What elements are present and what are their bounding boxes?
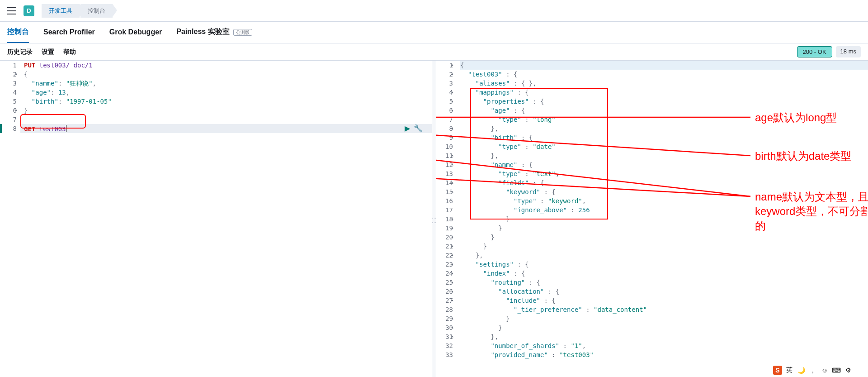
line-number: 32	[436, 341, 453, 350]
code-line[interactable]: }	[460, 224, 868, 233]
fold-arrow-icon[interactable]: ▸	[448, 124, 457, 133]
code-line[interactable]: "birth" : {	[460, 133, 868, 142]
fold-arrow-icon[interactable]: ▸	[448, 251, 457, 259]
fold-arrow-icon[interactable]: ▸	[448, 179, 457, 187]
code-line[interactable]: }	[24, 106, 432, 115]
fold-arrow-icon[interactable]: ▸	[448, 296, 457, 305]
pane-divider[interactable]: ⋮⋮	[432, 61, 436, 377]
breadcrumb-dev-tools[interactable]: 开发工具	[42, 4, 80, 18]
line-number: 4▸	[436, 88, 453, 97]
fold-arrow-icon[interactable]: ▸	[448, 188, 457, 196]
request-content[interactable]: PUT test003/_doc/1{ "namme": "狂神说", "age…	[20, 61, 432, 377]
code-line[interactable]: "settings" : {	[460, 260, 868, 269]
fold-arrow-icon[interactable]: ▸	[448, 260, 457, 268]
code-line[interactable]: "test003" : {	[460, 70, 868, 79]
code-line[interactable]: "index" : {	[460, 269, 868, 278]
code-line[interactable]: "fields" : {	[460, 178, 868, 187]
code-line[interactable]: {	[24, 70, 432, 79]
menu-icon[interactable]	[7, 7, 16, 14]
keyboard-icon[interactable]: ⌨	[832, 366, 841, 375]
code-line[interactable]: }	[460, 215, 868, 224]
fold-arrow-icon[interactable]: ▸	[448, 134, 457, 142]
code-line[interactable]: },	[460, 151, 868, 160]
logo-badge[interactable]: D	[24, 5, 34, 16]
wrench-icon[interactable]: 🔧	[414, 124, 423, 133]
fold-arrow-icon[interactable]: ▸	[448, 233, 457, 241]
fold-arrow-icon[interactable]: ▸	[448, 61, 457, 69]
code-line[interactable]: "age": 13,	[24, 88, 432, 97]
code-line[interactable]: "properties" : {	[460, 97, 868, 106]
code-line[interactable]: },	[460, 332, 868, 341]
dot-icon[interactable]: ,	[808, 366, 817, 375]
code-line[interactable]: "type" : "date"	[460, 142, 868, 151]
code-line[interactable]: },	[460, 124, 868, 133]
code-line[interactable]: GET test003	[24, 124, 432, 133]
code-line[interactable]: "mappings" : {	[460, 88, 868, 97]
tab-painless-lab[interactable]: Painless 实验室 公测版	[176, 22, 252, 43]
code-line[interactable]: "namme" : {	[460, 160, 868, 169]
line-number: 23▸	[436, 260, 453, 269]
code-line[interactable]: },	[460, 251, 868, 260]
fold-arrow-icon[interactable]: ▸	[448, 315, 457, 323]
tab-search-profiler[interactable]: Search Profiler	[43, 23, 95, 43]
fold-arrow-icon[interactable]: ▸	[448, 324, 457, 332]
code-line[interactable]: "type" : "text",	[460, 169, 868, 178]
code-line[interactable]: "_tier_preference" : "data_content"	[460, 305, 868, 314]
sub-menu-history[interactable]: 历史记录	[7, 48, 33, 56]
code-line[interactable]	[24, 115, 432, 124]
response-pane[interactable]: 1▸2▸34▸5▸6▸78▸9▸1011▸12▸1314▸15▸161718▸1…	[436, 61, 868, 377]
ime-lang[interactable]: 英	[785, 366, 794, 375]
code-line[interactable]: "aliases" : { },	[460, 79, 868, 88]
fold-arrow-icon[interactable]: ▸	[12, 70, 20, 78]
sub-menu-settings[interactable]: 设置	[42, 48, 54, 56]
fold-arrow-icon[interactable]: ▸	[448, 333, 457, 341]
fold-arrow-icon[interactable]: ▸	[448, 161, 457, 169]
line-number: 26▸	[436, 287, 453, 296]
code-line[interactable]: PUT test003/_doc/1	[24, 61, 432, 70]
fold-arrow-icon[interactable]: ▸	[448, 278, 457, 286]
breadcrumbs: 开发工具 控制台	[42, 4, 113, 18]
code-line[interactable]: "birth": "1997-01-05"	[24, 97, 432, 106]
code-line[interactable]: }	[460, 323, 868, 332]
code-line[interactable]: "type" : "keyword",	[460, 196, 868, 205]
request-pane[interactable]: 12▸3456▸78 PUT test003/_doc/1{ "namme": …	[0, 61, 432, 377]
fold-arrow-icon[interactable]: ▸	[448, 70, 457, 78]
ime-icon[interactable]: S	[773, 366, 782, 375]
code-line[interactable]: "allocation" : {	[460, 287, 868, 296]
fold-arrow-icon[interactable]: ▸	[448, 97, 457, 105]
code-line[interactable]: {	[460, 61, 868, 70]
fold-arrow-icon[interactable]: ▸	[448, 215, 457, 223]
fold-arrow-icon[interactable]: ▸	[448, 242, 457, 250]
fold-arrow-icon[interactable]: ▸	[12, 106, 20, 115]
fold-arrow-icon[interactable]: ▸	[448, 269, 457, 277]
fold-arrow-icon[interactable]: ▸	[448, 106, 457, 115]
sub-menu-help[interactable]: 帮助	[63, 48, 76, 56]
tab-grok-debugger[interactable]: Grok Debugger	[109, 23, 162, 43]
code-line[interactable]: }	[460, 242, 868, 251]
line-number: 33	[436, 350, 453, 359]
code-line[interactable]: "ignore_above" : 256	[460, 205, 868, 215]
fold-arrow-icon[interactable]: ▸	[448, 88, 457, 96]
breadcrumb-console[interactable]: 控制台	[80, 4, 113, 18]
tab-console[interactable]: 控制台	[7, 22, 29, 43]
code-line[interactable]: "keyword" : {	[460, 187, 868, 196]
code-line[interactable]: "type" : "long"	[460, 115, 868, 124]
play-icon[interactable]: ▶	[405, 124, 410, 133]
code-line[interactable]: "number_of_shards" : "1",	[460, 341, 868, 350]
smile-icon[interactable]: ☺	[820, 366, 829, 375]
fold-arrow-icon[interactable]: ▸	[448, 224, 457, 232]
code-line[interactable]: "namme": "狂神说",	[24, 79, 432, 88]
code-line[interactable]: }	[460, 314, 868, 323]
taskbar: S 英 🌙 , ☺ ⌨ ⚙	[771, 365, 854, 375]
moon-icon[interactable]: 🌙	[797, 366, 806, 375]
response-content[interactable]: { "test003" : { "aliases" : { }, "mappin…	[457, 61, 868, 377]
code-line[interactable]: "include" : {	[460, 296, 868, 305]
fold-arrow-icon[interactable]: ▸	[448, 152, 457, 160]
code-line[interactable]: "routing" : {	[460, 278, 868, 287]
code-line[interactable]: }	[460, 233, 868, 242]
code-line[interactable]: "age" : {	[460, 106, 868, 115]
fold-arrow-icon[interactable]: ▸	[448, 287, 457, 296]
line-number: 5▸	[436, 97, 453, 106]
settings-icon[interactable]: ⚙	[844, 366, 853, 375]
code-line[interactable]: "provided_name" : "test003"	[460, 350, 868, 359]
